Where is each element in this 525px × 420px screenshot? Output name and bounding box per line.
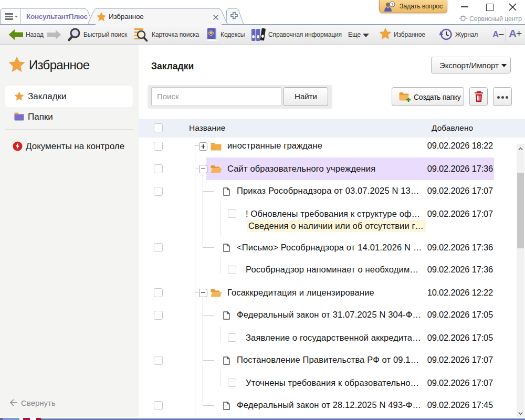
svg-text:?: ? [391, 2, 394, 7]
